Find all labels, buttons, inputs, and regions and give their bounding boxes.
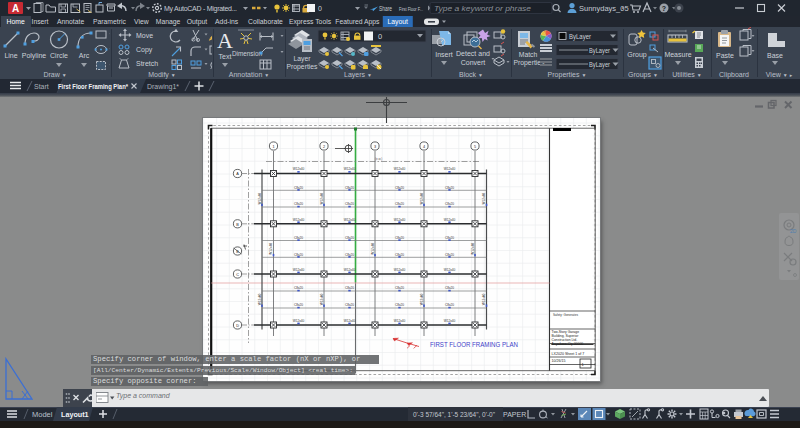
svg-text:C8x20: C8x20 — [395, 303, 404, 307]
svg-text:W12x40: W12x40 — [320, 293, 324, 305]
svg-text:C8x20: C8x20 — [345, 202, 354, 206]
svg-text:C8x20: C8x20 — [345, 186, 354, 190]
svg-text:2D: 2D — [790, 228, 797, 234]
svg-text:C8x20: C8x20 — [345, 303, 354, 307]
svg-text:C8x20: C8x20 — [395, 186, 404, 190]
svg-text:W12x40: W12x40 — [293, 268, 305, 272]
svg-text:My AutoCAD - Migrated...: My AutoCAD - Migrated... — [164, 5, 237, 13]
svg-text:D: D — [236, 324, 239, 328]
svg-text:LX2020 Sheet 1 of 7: LX2020 Sheet 1 of 7 — [552, 352, 585, 356]
svg-text:Sunnydays_05: Sunnydays_05 — [579, 4, 629, 13]
svg-text:W12x40: W12x40 — [320, 193, 324, 205]
svg-text:W12x40: W12x40 — [444, 268, 456, 272]
svg-text:C8x20: C8x20 — [445, 236, 454, 240]
svg-text:4: 4 — [423, 145, 425, 149]
svg-text:ByLayer: ByLayer — [589, 61, 611, 69]
svg-text:C8x20: C8x20 — [445, 202, 454, 206]
svg-text:C8x20: C8x20 — [395, 236, 404, 240]
svg-text:Arc: Arc — [79, 52, 90, 59]
svg-text:W12x40: W12x40 — [482, 293, 486, 305]
svg-text:W12x40: W12x40 — [482, 193, 486, 205]
svg-text:B: B — [236, 223, 239, 227]
svg-text:C8x20: C8x20 — [345, 253, 354, 257]
svg-text:W12x40: W12x40 — [394, 268, 406, 272]
svg-text:C8x20: C8x20 — [445, 186, 454, 190]
svg-text:ByLayer: ByLayer — [569, 33, 592, 41]
svg-text:W12x40: W12x40 — [258, 293, 262, 305]
svg-text:Properties: Properties — [287, 63, 319, 71]
svg-text:C8x20: C8x20 — [294, 186, 303, 190]
svg-text:Paste: Paste — [716, 52, 734, 59]
svg-text:Type a keyword or phrase: Type a keyword or phrase — [434, 5, 531, 13]
svg-text:W12x40: W12x40 — [344, 218, 356, 222]
svg-text:W12x40: W12x40 — [293, 319, 305, 323]
svg-text:C: C — [236, 273, 239, 277]
svg-text:W12x40: W12x40 — [269, 243, 273, 255]
svg-text:0'-3 57/64", 1'-5 23/64", 0'-0: 0'-3 57/64", 1'-5 23/64", 0'-0" — [413, 411, 495, 418]
svg-text:1: 1 — [272, 145, 274, 149]
svg-text:W12x40: W12x40 — [444, 167, 456, 171]
svg-text:C8x20: C8x20 — [294, 303, 303, 307]
svg-text:C8x20: C8x20 — [294, 286, 303, 290]
svg-text:0: 0 — [378, 32, 382, 41]
svg-text:W12x40: W12x40 — [471, 243, 475, 255]
svg-text:Circle: Circle — [50, 52, 68, 59]
svg-text:First Floor F...: First Floor F... — [399, 5, 423, 12]
svg-text:W12x40: W12x40 — [394, 319, 406, 323]
svg-text:W12x40: W12x40 — [258, 193, 262, 205]
svg-text:A: A — [12, 3, 19, 14]
svg-text:Group: Group — [627, 51, 647, 59]
svg-text:W12x40: W12x40 — [444, 218, 456, 222]
svg-text:PAPER: PAPER — [503, 411, 526, 418]
svg-text:C8x20: C8x20 — [294, 253, 303, 257]
svg-text:5: 5 — [474, 145, 476, 149]
svg-text:W12x40: W12x40 — [420, 193, 424, 205]
svg-text:Measure: Measure — [664, 51, 691, 58]
svg-text:Detect and: Detect and — [456, 50, 490, 57]
svg-text:Line: Line — [4, 52, 17, 59]
svg-text:C8x20: C8x20 — [445, 253, 454, 257]
svg-text:Base: Base — [767, 52, 783, 59]
svg-text:Drawing1*: Drawing1* — [147, 83, 179, 91]
svg-text:C8x20: C8x20 — [395, 253, 404, 257]
svg-text:(e.w.): (e.w.) — [375, 157, 382, 161]
svg-text:Stretch: Stretch — [136, 60, 158, 67]
svg-text:W12x40: W12x40 — [444, 319, 456, 323]
svg-text:Layout1: Layout1 — [61, 410, 89, 419]
svg-text:Model: Model — [32, 410, 53, 419]
svg-text:ByLayer: ByLayer — [589, 47, 611, 55]
svg-text:FIRST FLOOR FRAMING PLAN: FIRST FLOOR FRAMING PLAN — [430, 341, 518, 348]
svg-text:Safety: Generates: Safety: Generates — [553, 313, 578, 317]
svg-text:C8x20: C8x20 — [345, 286, 354, 290]
svg-text:C8x20: C8x20 — [445, 286, 454, 290]
svg-text:W12x40: W12x40 — [293, 218, 305, 222]
svg-text:Start: Start — [34, 83, 49, 90]
svg-text:2: 2 — [323, 145, 325, 149]
svg-text:0: 0 — [318, 5, 322, 12]
svg-text:Insert: Insert — [435, 51, 453, 58]
svg-text:Convert: Convert — [461, 59, 486, 66]
svg-text:Polyline: Polyline — [22, 52, 47, 60]
svg-text:C8x20: C8x20 — [445, 303, 454, 307]
svg-text:Layer: Layer — [293, 55, 311, 63]
svg-text:Text: Text — [219, 53, 232, 60]
svg-text:W12x40: W12x40 — [293, 167, 305, 171]
svg-text:C8x20: C8x20 — [395, 286, 404, 290]
svg-text:W12x40: W12x40 — [394, 167, 406, 171]
svg-text:W12x40: W12x40 — [344, 268, 356, 272]
svg-text:A: A — [217, 28, 233, 53]
svg-text:Copy: Copy — [136, 46, 153, 54]
svg-text:W12x40: W12x40 — [344, 319, 356, 323]
svg-text:10/26/15: 10/26/15 — [552, 359, 566, 363]
svg-text:C8x20: C8x20 — [294, 236, 303, 240]
svg-text:First Floor Framing Plan*: First Floor Framing Plan* — [58, 83, 128, 91]
svg-text:C8x20: C8x20 — [395, 202, 404, 206]
svg-text:W12x40: W12x40 — [394, 218, 406, 222]
svg-text:Match: Match — [519, 51, 538, 58]
svg-text:A: A — [236, 172, 239, 176]
svg-text:W12x40: W12x40 — [420, 293, 424, 305]
svg-text:W12x40: W12x40 — [344, 167, 356, 171]
svg-text:C8x20: C8x20 — [345, 236, 354, 240]
svg-text:Share: Share — [379, 5, 392, 12]
svg-text:Dimension: Dimension — [232, 50, 262, 57]
